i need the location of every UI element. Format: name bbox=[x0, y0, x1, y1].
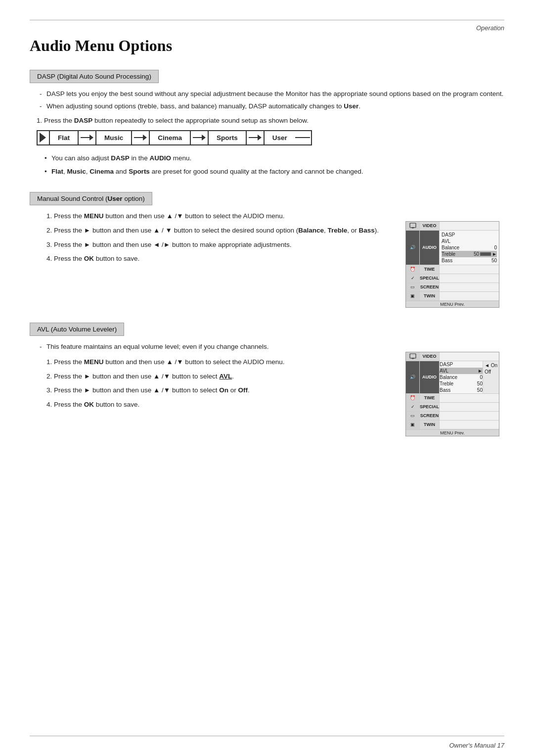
manual-step-1: 1. Press the MENU button and then use ▲ … bbox=[46, 211, 396, 222]
svg-rect-0 bbox=[410, 223, 416, 228]
avl-tv-row-video: VIDEO bbox=[406, 352, 499, 361]
avl-section: AVL (Auto Volume Leveler) This feature m… bbox=[30, 323, 504, 436]
avl-tv-row-screen: ▭ SCREEN bbox=[406, 412, 499, 421]
flow-sports: Sports bbox=[208, 131, 247, 144]
flow-flat: Flat bbox=[49, 131, 79, 144]
avl-tv-label-twin: TWIN bbox=[420, 421, 440, 429]
flow-music: Music bbox=[95, 131, 132, 144]
tv-label-video: VIDEO bbox=[420, 222, 440, 230]
avl-submenu: ◄ On Off bbox=[483, 361, 499, 393]
tv-icon-audio: 🔊 bbox=[406, 231, 420, 265]
dasp-flow-diagram: Flat Music Cinema bbox=[37, 130, 504, 145]
avl-tv-row-special: ✓ SPECIAL bbox=[406, 403, 499, 412]
manual-section: Manual Sound Control (User option) 1. Pr… bbox=[30, 192, 504, 308]
tv-label-audio: AUDIO bbox=[420, 231, 440, 265]
tv-menu-row-twin: ▣ TWIN bbox=[406, 292, 499, 301]
avl-tv-icon-special: ✓ bbox=[406, 403, 420, 411]
manual-tv-menu: VIDEO 🔊 AUDIO DASP AVL Balance0 Treble bbox=[405, 221, 499, 308]
tv-item-avl: AVL bbox=[442, 238, 497, 244]
avl-tv-item-treble: Treble50 bbox=[440, 380, 483, 387]
manual-step-3: 3. Press the ► button and then use ◄ /► … bbox=[46, 240, 396, 250]
tv-item-dasp: DASP bbox=[442, 232, 497, 238]
tv-label-special: SPECIAL bbox=[420, 274, 440, 283]
page-container: Operation Audio Menu Options DASP (Digit… bbox=[0, 0, 534, 756]
tv-icon-time: ⏰ bbox=[406, 265, 420, 274]
avl-tv-label-screen: SCREEN bbox=[420, 412, 440, 420]
avl-tv-icon-screen: ▭ bbox=[406, 412, 420, 420]
avl-header: AVL (Auto Volume Leveler) bbox=[30, 323, 124, 336]
avl-submenu-on: ◄ On bbox=[485, 362, 497, 369]
avl-tv-content-audio: DASP AVL► Balance0 Treble50 Bass50 ◄ On … bbox=[440, 361, 499, 393]
avl-tv-item-avl: AVL► bbox=[440, 368, 483, 374]
flow-cinema: Cinema bbox=[149, 131, 191, 144]
avl-tv-content-special bbox=[440, 403, 499, 411]
avl-tv-content-time bbox=[440, 394, 499, 402]
avl-tv-label-video: VIDEO bbox=[420, 352, 440, 361]
tv-menu-row-time: ⏰ TIME bbox=[406, 265, 499, 274]
tv-icon-video bbox=[406, 222, 420, 230]
avl-step-2: 2. Press the ► button and then use ▲ /▼ … bbox=[46, 372, 396, 382]
tv-item-balance: Balance0 bbox=[442, 244, 497, 251]
avl-step-1: 1. Press the MENU button and then use ▲ … bbox=[46, 357, 396, 368]
avl-tv-content-screen bbox=[440, 412, 499, 420]
avl-two-col: This feature maintains an equal volume l… bbox=[30, 342, 504, 436]
manual-main-col: 1. Press the MENU button and then use ▲ … bbox=[30, 211, 396, 269]
manual-step-4: 4. Press the OK button to save. bbox=[46, 254, 396, 264]
bottom-rule bbox=[30, 736, 504, 736]
tv-content-video bbox=[440, 222, 499, 230]
tv-content-screen bbox=[440, 283, 499, 291]
avl-side-col: VIDEO 🔊 AUDIO DASP AVL► Balance0 Treb bbox=[405, 342, 504, 436]
avl-tv-content-twin bbox=[440, 421, 499, 429]
tv-label-twin: TWIN bbox=[420, 292, 440, 300]
tv-icon-twin: ▣ bbox=[406, 292, 420, 300]
tv-item-treble: Treble 50 ► bbox=[442, 251, 497, 257]
avl-tv-icon-twin: ▣ bbox=[406, 421, 420, 429]
avl-main-col: This feature maintains an equal volume l… bbox=[30, 342, 396, 415]
tv-icon-screen: ▭ bbox=[406, 283, 420, 291]
avl-tv-row-time: ⏰ TIME bbox=[406, 394, 499, 403]
avl-tv-row-twin: ▣ TWIN bbox=[406, 421, 499, 429]
manual-header: Manual Sound Control (User option) bbox=[30, 192, 152, 205]
tv-item-bass: Bass50 bbox=[442, 257, 497, 264]
avl-step-3: 3. Press the ► button and then use ▲ /▼ … bbox=[46, 385, 396, 396]
footer-label: Owner's Manual 17 bbox=[449, 742, 504, 749]
avl-tv-menu: VIDEO 🔊 AUDIO DASP AVL► Balance0 Treb bbox=[405, 352, 499, 436]
avl-tv-icon-audio: 🔊 bbox=[406, 361, 420, 393]
avl-tv-content-video bbox=[440, 352, 499, 361]
dasp-step1: 1. Press the DASP button repeatedly to s… bbox=[37, 117, 504, 124]
avl-tv-menu-footer: MENU Prev. bbox=[406, 429, 499, 436]
avl-step-4: 4. Press the OK button to save. bbox=[46, 400, 396, 410]
dasp-dot-1: You can also adjust DASP in the AUDIO me… bbox=[46, 153, 504, 164]
tv-menu-row-screen: ▭ SCREEN bbox=[406, 283, 499, 292]
flow-user: User bbox=[264, 131, 295, 144]
tv-content-time bbox=[440, 265, 499, 274]
tv-icon-special: ✓ bbox=[406, 274, 420, 283]
manual-step-2: 2. Press the ► button and then use ▲ / ▼… bbox=[46, 226, 396, 236]
avl-tv-row-audio: 🔊 AUDIO DASP AVL► Balance0 Treble50 Bass… bbox=[406, 361, 499, 394]
tv-content-special bbox=[440, 274, 499, 283]
manual-two-col: 1. Press the MENU button and then use ▲ … bbox=[30, 211, 504, 308]
tv-menu-row-special: ✓ SPECIAL bbox=[406, 274, 499, 283]
tv-content-audio: DASP AVL Balance0 Treble 50 ► bbox=[440, 231, 499, 265]
tv-menu-row-audio: 🔊 AUDIO DASP AVL Balance0 Treble 50 bbox=[406, 231, 499, 265]
avl-tv-item-dasp: DASP bbox=[440, 361, 483, 368]
top-rule bbox=[30, 20, 504, 20]
avl-tv-icon-time: ⏰ bbox=[406, 394, 420, 402]
tv-label-screen: SCREEN bbox=[420, 283, 440, 291]
avl-tv-icon-video bbox=[406, 352, 420, 361]
dasp-bullet-1: DASP lets you enjoy the best sound witho… bbox=[46, 89, 504, 99]
dasp-header: DASP (Digital Auto Sound Processing) bbox=[30, 70, 159, 83]
dasp-section: DASP (Digital Auto Sound Processing) DAS… bbox=[30, 70, 504, 177]
avl-tv-item-balance: Balance0 bbox=[440, 374, 483, 380]
tv-content-twin bbox=[440, 292, 499, 300]
tv-label-time: TIME bbox=[420, 265, 440, 274]
tv-menu-footer-manual: MENU Prev. bbox=[406, 301, 499, 307]
page-title: Audio Menu Options bbox=[30, 37, 504, 55]
avl-tv-label-time: TIME bbox=[420, 394, 440, 402]
avl-tv-label-special: SPECIAL bbox=[420, 403, 440, 411]
svg-rect-3 bbox=[410, 354, 416, 358]
tv-menu-row-video: VIDEO bbox=[406, 222, 499, 231]
operation-label: Operation bbox=[30, 24, 504, 32]
avl-tv-item-bass: Bass50 bbox=[440, 387, 483, 393]
dasp-dot-2: Flat, Music, Cinema and Sports are prese… bbox=[46, 167, 504, 177]
